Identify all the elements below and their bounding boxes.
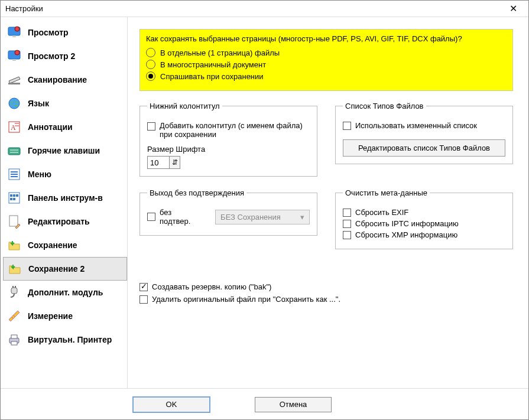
meta-legend: Очистить мета-данные [343,188,430,197]
sidebar-item-label: Горячие клавиши [28,146,100,155]
checkbox-use-modified-list[interactable]: Использовать измененный список [343,121,505,130]
close-icon: ✕ [509,3,517,14]
sidebar-item-lang[interactable]: Язык [3,92,127,115]
cancel-button[interactable]: Отмена [255,397,332,412]
checkbox-icon [147,213,155,221]
radio-icon [146,71,155,81]
chevron-down-icon: ▾ [300,213,304,222]
sidebar-item-label: Просмотр [28,28,69,37]
checkbox-delete-original[interactable]: Удалить оригинальный файл при "Сохранить… [139,295,513,304]
sidebar-item-label: Аннотации [28,122,73,132]
sidebar-item-label: Сохранение 2 [28,264,85,274]
font-size-input[interactable] [148,158,169,168]
svg-point-5 [15,50,20,55]
sidebar-item-label: Сканирование [28,75,87,84]
svg-point-7 [9,98,20,109]
monitor-icon [7,25,22,40]
folder-save-icon [7,261,22,276]
checkbox-label: Добавить колонтитул (с именем файла) при… [160,121,303,139]
checkbox-icon [343,231,351,239]
keyboard-icon [7,143,22,158]
checkbox-label: Сбросить EXIF [355,208,408,217]
grid-icon [7,190,22,206]
sidebar-item-menu[interactable]: Меню [3,162,127,186]
svg-rect-4 [12,59,16,61]
sidebar-item-label: Панель инструм-в [28,193,103,203]
checkbox-label: Сбросить IPTC информацию [355,219,459,228]
checkbox-icon [343,209,351,217]
no-save-select: БЕЗ Сохранения ▾ [215,210,310,224]
monitor-icon [7,48,22,64]
spinner-arrows-icon[interactable]: ⇵ [169,157,180,168]
filetypes-fieldset: Список Типов Файлов Использовать изменен… [335,102,513,164]
svg-rect-24 [13,198,15,200]
svg-text:A: A [11,123,16,132]
svg-rect-21 [13,194,15,197]
ok-button[interactable]: OK [133,397,210,412]
close-button[interactable]: ✕ [501,1,525,17]
meta-fieldset: Очистить мета-данные Сбросить EXIF Сброс… [335,188,513,249]
sidebar-item-label: Редактировать [28,217,90,226]
sidebar-item-vprint[interactable]: Виртуальн. Принтер [3,328,127,351]
globe-icon [7,96,22,111]
svg-rect-22 [16,194,18,197]
checkbox-no-confirm[interactable]: без подтвер. [147,208,205,226]
radio-multipage-doc[interactable]: В многостраничный документ [146,60,507,69]
sidebar-item-label: Сохранение [28,240,77,250]
radio-icon [146,60,155,69]
checkbox-add-footer[interactable]: Добавить колонтитул (с именем файла) при… [147,121,310,139]
radio-label: Спрашивать при сохранении [160,72,264,81]
checkbox-make-backup[interactable]: Создавать резервн. копию ("bak") [139,282,513,291]
radio-ask-on-save[interactable]: Спрашивать при сохранении [146,71,507,81]
checkbox-reset-exif[interactable]: Сбросить EXIF [343,208,505,217]
sidebar-item-annot[interactable]: A Аннотации [3,115,127,139]
printer-icon [7,332,22,347]
sidebar-item-save[interactable]: Сохранение [3,233,127,257]
window-title: Настройки [5,4,501,13]
checkbox-label: Сбросить XMP информацию [355,230,457,239]
edit-filetypes-button[interactable]: Редактировать список Типов Файлов [343,139,505,157]
radio-separate-files[interactable]: В отдельные (1 страница) файлы [146,48,507,57]
footer-fieldset: Нижний колонтитул Добавить колонтитул (с… [139,102,317,177]
checkbox-icon [139,283,148,291]
checkbox-reset-xmp[interactable]: Сбросить XMP информацию [343,230,505,239]
sidebar-item-hotkeys[interactable]: Горячие клавиши [3,139,127,162]
svg-point-2 [15,27,20,31]
ruler-icon [7,308,22,324]
sidebar-item-label: Измерение [28,311,73,321]
sidebar-item-label: Меню [28,170,51,179]
sidebar-item-plugin[interactable]: Дополнит. модуль [3,281,127,304]
sidebar-item-toolbar[interactable]: Панель инструм-в [3,186,127,210]
svg-rect-25 [9,216,18,226]
font-size-label: Размер Шрифта [147,145,310,154]
footer-legend: Нижний колонтитул [147,102,222,110]
checkbox-icon [139,295,148,304]
sidebar: Просмотр Просмотр 2 Сканирование Язык A … [1,17,128,388]
checkbox-reset-iptc[interactable]: Сбросить IPTC информацию [343,219,505,228]
svg-rect-20 [10,194,12,197]
sidebar-item-edit[interactable]: Редактировать [3,210,127,233]
sidebar-item-label: Язык [28,99,49,108]
svg-rect-1 [12,35,16,37]
sidebar-item-view[interactable]: Просмотр [3,21,127,44]
select-value: БЕЗ Сохранения [220,213,281,222]
button-bar: OK Отмена [1,388,528,420]
sidebar-item-measure[interactable]: Измерение [3,304,127,328]
filetypes-legend: Список Типов Файлов [343,102,426,110]
font-size-spinner[interactable]: ⇵ [147,156,180,169]
exit-legend: Выход без подтверждения [147,188,246,197]
multipage-question: Как сохранять выбранные страницы (многос… [146,34,507,43]
plug-icon [7,285,22,300]
checkbox-label: Удалить оригинальный файл при "Сохранить… [152,295,340,304]
sidebar-item-view2[interactable]: Просмотр 2 [3,44,127,68]
checkbox-label: Использовать измененный список [355,121,477,130]
checkbox-icon [343,220,351,228]
svg-rect-12 [8,148,20,155]
svg-rect-32 [11,335,17,338]
sidebar-item-save2[interactable]: Сохранение 2 [3,257,127,281]
content-panel: Как сохранять выбранные страницы (многос… [128,17,528,388]
pencil-doc-icon [7,214,22,229]
sidebar-item-scan[interactable]: Сканирование [3,68,127,92]
scanner-icon [7,72,22,87]
annotation-icon: A [7,119,22,135]
